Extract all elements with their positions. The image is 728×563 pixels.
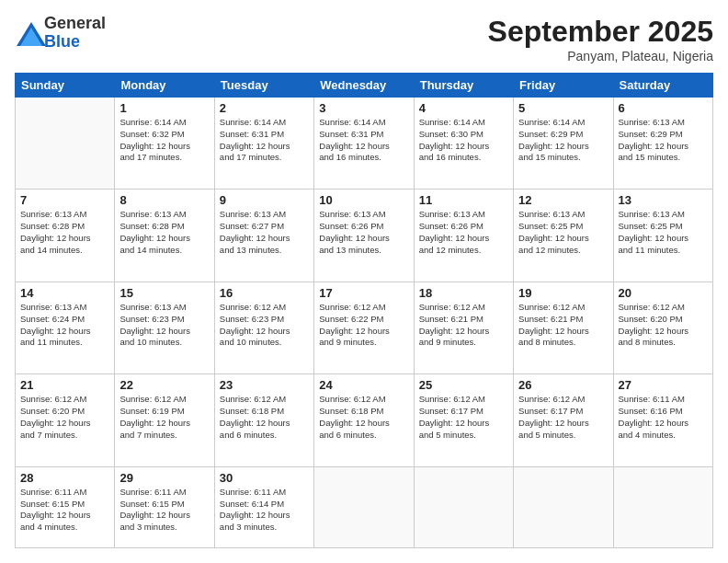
day-info: Sunrise: 6:12 AMSunset: 6:18 PMDaylight:… [319, 394, 408, 441]
day-info: Sunrise: 6:12 AMSunset: 6:19 PMDaylight:… [119, 394, 209, 441]
day-info: Sunrise: 6:12 AMSunset: 6:21 PMDaylight:… [419, 302, 508, 349]
day-number: 5 [518, 101, 608, 115]
col-tuesday: Tuesday [214, 74, 313, 98]
day-number: 27 [619, 378, 708, 392]
day-number: 9 [220, 193, 309, 207]
day-number: 14 [20, 286, 109, 300]
day-info: Sunrise: 6:14 AMSunset: 6:29 PMDaylight:… [518, 117, 608, 164]
table-row: 17Sunrise: 6:12 AMSunset: 6:22 PMDayligh… [314, 282, 414, 373]
day-info: Sunrise: 6:13 AMSunset: 6:26 PMDaylight:… [419, 209, 508, 256]
day-info: Sunrise: 6:13 AMSunset: 6:23 PMDaylight:… [119, 302, 209, 349]
table-row: 15Sunrise: 6:13 AMSunset: 6:23 PMDayligh… [115, 282, 214, 373]
table-row: 7Sunrise: 6:13 AMSunset: 6:28 PMDaylight… [16, 190, 115, 282]
table-row: 27Sunrise: 6:11 AMSunset: 6:16 PMDayligh… [613, 374, 712, 466]
page: General Blue September 2025 Panyam, Plat… [0, 0, 728, 563]
day-info: Sunrise: 6:13 AMSunset: 6:28 PMDaylight:… [20, 209, 109, 256]
day-number: 2 [220, 101, 309, 115]
day-info: Sunrise: 6:12 AMSunset: 6:21 PMDaylight:… [518, 302, 608, 349]
table-row [613, 466, 712, 547]
col-sunday: Sunday [16, 74, 115, 98]
day-info: Sunrise: 6:13 AMSunset: 6:26 PMDaylight:… [319, 209, 408, 256]
day-number: 16 [220, 286, 309, 300]
table-row: 14Sunrise: 6:13 AMSunset: 6:24 PMDayligh… [16, 282, 115, 373]
day-number: 23 [220, 378, 309, 392]
day-number: 13 [619, 193, 708, 207]
table-row: 23Sunrise: 6:12 AMSunset: 6:18 PMDayligh… [214, 374, 313, 466]
day-number: 19 [518, 286, 608, 300]
table-row: 16Sunrise: 6:12 AMSunset: 6:23 PMDayligh… [214, 282, 313, 373]
day-number: 8 [119, 193, 209, 207]
table-row: 2Sunrise: 6:14 AMSunset: 6:31 PMDaylight… [214, 98, 313, 190]
table-row [16, 98, 115, 190]
table-row: 13Sunrise: 6:13 AMSunset: 6:25 PMDayligh… [613, 190, 712, 282]
table-row: 5Sunrise: 6:14 AMSunset: 6:29 PMDaylight… [514, 98, 613, 190]
table-row: 1Sunrise: 6:14 AMSunset: 6:32 PMDaylight… [115, 98, 214, 190]
day-info: Sunrise: 6:11 AMSunset: 6:15 PMDaylight:… [119, 487, 209, 534]
day-number: 10 [319, 193, 408, 207]
header: General Blue September 2025 Panyam, Plat… [15, 15, 713, 63]
calendar-table: Sunday Monday Tuesday Wednesday Thursday… [15, 73, 713, 548]
table-row: 28Sunrise: 6:11 AMSunset: 6:15 PMDayligh… [16, 466, 115, 547]
day-number: 28 [20, 471, 109, 485]
day-info: Sunrise: 6:11 AMSunset: 6:14 PMDaylight:… [220, 487, 309, 534]
day-info: Sunrise: 6:12 AMSunset: 6:22 PMDaylight:… [319, 302, 408, 349]
table-row: 8Sunrise: 6:13 AMSunset: 6:28 PMDaylight… [115, 190, 214, 282]
day-info: Sunrise: 6:13 AMSunset: 6:25 PMDaylight:… [619, 209, 708, 256]
day-info: Sunrise: 6:13 AMSunset: 6:25 PMDaylight:… [518, 209, 608, 256]
day-number: 6 [619, 101, 708, 115]
table-row [414, 466, 513, 547]
day-info: Sunrise: 6:12 AMSunset: 6:17 PMDaylight:… [518, 394, 608, 441]
day-number: 7 [20, 193, 109, 207]
table-row: 9Sunrise: 6:13 AMSunset: 6:27 PMDaylight… [214, 190, 313, 282]
col-thursday: Thursday [414, 74, 513, 98]
table-row: 3Sunrise: 6:14 AMSunset: 6:31 PMDaylight… [314, 98, 414, 190]
table-row: 12Sunrise: 6:13 AMSunset: 6:25 PMDayligh… [514, 190, 613, 282]
day-number: 12 [518, 193, 608, 207]
day-number: 3 [319, 101, 408, 115]
day-number: 18 [419, 286, 508, 300]
day-info: Sunrise: 6:13 AMSunset: 6:29 PMDaylight:… [619, 117, 708, 164]
day-info: Sunrise: 6:14 AMSunset: 6:31 PMDaylight:… [220, 117, 309, 164]
day-number: 1 [119, 101, 209, 115]
day-number: 22 [119, 378, 209, 392]
day-info: Sunrise: 6:14 AMSunset: 6:32 PMDaylight:… [119, 117, 209, 164]
day-number: 25 [419, 378, 508, 392]
table-row: 6Sunrise: 6:13 AMSunset: 6:29 PMDaylight… [613, 98, 712, 190]
day-number: 4 [419, 101, 508, 115]
table-row: 26Sunrise: 6:12 AMSunset: 6:17 PMDayligh… [514, 374, 613, 466]
table-row: 24Sunrise: 6:12 AMSunset: 6:18 PMDayligh… [314, 374, 414, 466]
table-row: 22Sunrise: 6:12 AMSunset: 6:19 PMDayligh… [115, 374, 214, 466]
day-number: 17 [319, 286, 408, 300]
day-info: Sunrise: 6:14 AMSunset: 6:31 PMDaylight:… [319, 117, 408, 164]
day-number: 21 [20, 378, 109, 392]
col-monday: Monday [115, 74, 214, 98]
day-info: Sunrise: 6:12 AMSunset: 6:23 PMDaylight:… [220, 302, 309, 349]
table-row: 19Sunrise: 6:12 AMSunset: 6:21 PMDayligh… [514, 282, 613, 373]
table-row: 30Sunrise: 6:11 AMSunset: 6:14 PMDayligh… [214, 466, 313, 547]
day-info: Sunrise: 6:13 AMSunset: 6:24 PMDaylight:… [20, 302, 109, 349]
table-row: 11Sunrise: 6:13 AMSunset: 6:26 PMDayligh… [414, 190, 513, 282]
day-number: 20 [619, 286, 708, 300]
table-row: 29Sunrise: 6:11 AMSunset: 6:15 PMDayligh… [115, 466, 214, 547]
day-info: Sunrise: 6:12 AMSunset: 6:20 PMDaylight:… [619, 302, 708, 349]
col-friday: Friday [514, 74, 613, 98]
day-info: Sunrise: 6:13 AMSunset: 6:27 PMDaylight:… [220, 209, 309, 256]
day-info: Sunrise: 6:12 AMSunset: 6:18 PMDaylight:… [220, 394, 309, 441]
location-subtitle: Panyam, Plateau, Nigeria [488, 49, 713, 63]
logo-blue: Blue [44, 32, 80, 51]
day-info: Sunrise: 6:11 AMSunset: 6:15 PMDaylight:… [20, 487, 109, 534]
day-info: Sunrise: 6:14 AMSunset: 6:30 PMDaylight:… [419, 117, 508, 164]
calendar-header-row: Sunday Monday Tuesday Wednesday Thursday… [16, 74, 713, 98]
table-row: 20Sunrise: 6:12 AMSunset: 6:20 PMDayligh… [613, 282, 712, 373]
day-number: 29 [119, 471, 209, 485]
table-row [314, 466, 414, 547]
logo: General Blue [15, 15, 106, 52]
table-row: 21Sunrise: 6:12 AMSunset: 6:20 PMDayligh… [16, 374, 115, 466]
table-row: 10Sunrise: 6:13 AMSunset: 6:26 PMDayligh… [314, 190, 414, 282]
col-saturday: Saturday [613, 74, 712, 98]
title-block: September 2025 Panyam, Plateau, Nigeria [488, 15, 713, 63]
day-info: Sunrise: 6:12 AMSunset: 6:17 PMDaylight:… [419, 394, 508, 441]
table-row: 4Sunrise: 6:14 AMSunset: 6:30 PMDaylight… [414, 98, 513, 190]
table-row [514, 466, 613, 547]
day-number: 24 [319, 378, 408, 392]
